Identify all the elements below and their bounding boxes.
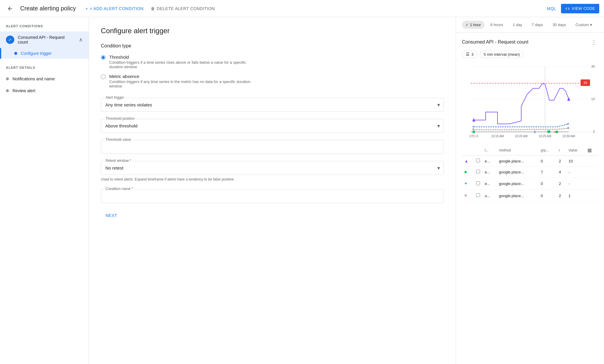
metric-absence-radio[interactable] bbox=[101, 74, 106, 79]
interval-label: 5 min interval (mean) bbox=[484, 52, 520, 57]
condition-type-radio-group: Threshold Condition triggers if a time s… bbox=[101, 55, 444, 88]
retest-window-label: Retest window * bbox=[104, 159, 132, 163]
condition-name-input[interactable]: Consumed API - Request count bbox=[101, 189, 444, 203]
main-layout: ALERT CONDITIONS ✓ Consumed API - Reques… bbox=[0, 17, 604, 364]
condition-name-field: Condition name * Consumed API - Request … bbox=[101, 189, 444, 203]
metric-absence-label: Metric absence bbox=[109, 74, 252, 79]
threshold-value-label: Threshold value bbox=[104, 138, 132, 142]
chevron-down-icon-4: ▾ bbox=[590, 23, 592, 27]
metric-absence-desc: Condition triggers if any time series in… bbox=[109, 79, 252, 88]
threshold-value-input[interactable]: 20 bbox=[101, 140, 444, 154]
sidebar-item-notifications[interactable]: Notifications and name bbox=[0, 73, 89, 85]
retest-window-select-wrapper: No retest 1 minute 5 minutes ▾ bbox=[101, 161, 444, 175]
right-panel: ✓ 1 hour 6 hours 1 day 7 days 30 days Cu… bbox=[456, 17, 604, 364]
row4-checkbox[interactable] bbox=[476, 193, 480, 197]
back-button[interactable] bbox=[5, 3, 15, 14]
chart-title-row: Consumed API - Request count ⋮ bbox=[462, 37, 598, 47]
legend-col-method: method bbox=[497, 145, 538, 156]
chart-title: Consumed API - Request count bbox=[462, 39, 528, 45]
alert-trigger-select[interactable]: Any time series violates All time series… bbox=[101, 98, 444, 111]
svg-text:10:30 AM: 10:30 AM bbox=[562, 135, 575, 138]
svg-marker-10 bbox=[567, 97, 570, 101]
notifications-label: Notifications and name bbox=[12, 76, 83, 81]
trash-icon: 🗑 bbox=[151, 6, 155, 11]
chart-meta: ☰ 3 5 min interval (mean) bbox=[462, 50, 598, 58]
row3-checkbox[interactable] bbox=[476, 181, 480, 185]
alert-trigger-label: Alert trigger bbox=[104, 95, 125, 100]
top-header: Create alerting policy + + ADD ALERT CON… bbox=[0, 0, 604, 17]
next-button[interactable]: NEXT bbox=[101, 210, 122, 221]
condition-type-heading: Condition type bbox=[101, 43, 444, 49]
series-count-chip[interactable]: ☰ 3 bbox=[462, 50, 477, 58]
threshold-position-label: Threshold position bbox=[104, 116, 136, 121]
threshold-value-field: Threshold value 20 bbox=[101, 140, 444, 154]
content-title: Configure alert trigger bbox=[101, 27, 444, 35]
svg-rect-24 bbox=[535, 130, 535, 133]
sub-dot-icon bbox=[14, 52, 17, 55]
alert-details-label: ALERT DETAILS bbox=[0, 66, 89, 73]
row2-checkbox[interactable] bbox=[476, 170, 480, 173]
legend-col-grp: grp... bbox=[538, 145, 557, 156]
threshold-position-select[interactable]: Above threshold Below threshold bbox=[101, 119, 444, 132]
time-range-6hours[interactable]: 6 hours bbox=[487, 21, 507, 29]
threshold-position-field: Threshold position Above threshold Below… bbox=[101, 119, 444, 133]
legend-col-bars: ▦ bbox=[585, 145, 598, 156]
alert-trigger-select-wrapper: Any time series violates All time series… bbox=[101, 98, 444, 112]
svg-text:10:15 AM: 10:15 AM bbox=[491, 135, 504, 138]
series-count: 3 bbox=[471, 52, 473, 57]
svg-text:0: 0 bbox=[593, 130, 595, 133]
threshold-desc: Condition triggers if a time series rise… bbox=[109, 60, 252, 69]
chart-container: Consumed API - Request count ⋮ ☰ 3 5 min… bbox=[456, 33, 604, 202]
interval-chip[interactable]: 5 min interval (mean) bbox=[480, 51, 524, 58]
table-row: + e... google.place... 0 2 - bbox=[462, 178, 598, 190]
metric-absence-option[interactable]: Metric absence Condition triggers if any… bbox=[101, 74, 444, 88]
check-icon: ✓ bbox=[6, 36, 14, 44]
code-icon bbox=[565, 6, 570, 11]
condition-name-label: Condition name * bbox=[104, 187, 134, 191]
table-row: ■ e... google.place... 7 4 - bbox=[462, 167, 598, 178]
time-range-1day[interactable]: 1 day bbox=[509, 21, 526, 29]
add-icon: + bbox=[85, 6, 88, 11]
page-title: Create alerting policy bbox=[20, 5, 76, 12]
threshold-option[interactable]: Threshold Condition triggers if a time s… bbox=[101, 55, 444, 69]
svg-text:×: × bbox=[554, 130, 556, 134]
threshold-radio[interactable] bbox=[101, 55, 106, 60]
svg-text:30: 30 bbox=[591, 65, 595, 68]
add-alert-condition-button[interactable]: + + ADD ALERT CONDITION bbox=[85, 6, 144, 11]
svg-text:10:20 AM: 10:20 AM bbox=[515, 135, 527, 138]
table-row: ▲ e... google.place... 0 2 10 bbox=[462, 156, 598, 167]
svg-text:10:25 AM: 10:25 AM bbox=[539, 135, 551, 138]
time-range-bar: ✓ 1 hour 6 hours 1 day 7 days 30 days Cu… bbox=[456, 17, 604, 33]
review-label: Review alert bbox=[12, 88, 83, 93]
chevron-up-icon: ∧ bbox=[79, 36, 83, 43]
retest-window-select[interactable]: No retest 1 minute 5 minutes bbox=[101, 161, 444, 175]
svg-rect-25 bbox=[547, 130, 550, 133]
table-row: × u... google.place... 0 2 1 bbox=[462, 190, 598, 202]
legend-col-r: r bbox=[557, 145, 566, 156]
content-area: Configure alert trigger Condition type T… bbox=[89, 17, 456, 364]
legend-col-l: l... bbox=[482, 145, 497, 156]
time-range-1hour[interactable]: ✓ 1 hour bbox=[462, 21, 484, 29]
lines-icon: ☰ bbox=[466, 52, 470, 57]
row1-checkbox[interactable] bbox=[476, 159, 480, 162]
view-code-button[interactable]: VIEW CODE bbox=[561, 4, 599, 13]
threshold-position-select-wrapper: Above threshold Below threshold ▾ bbox=[101, 119, 444, 133]
legend-col-value: Value bbox=[566, 145, 585, 156]
alert-trigger-field: Alert trigger Any time series violates A… bbox=[101, 98, 444, 112]
chart-svg-wrapper: 30 10 0 20 bbox=[462, 62, 598, 143]
legend-col-checkbox bbox=[474, 145, 482, 156]
delete-alert-condition-button[interactable]: 🗑 DELETE ALERT CONDITION bbox=[151, 6, 215, 11]
svg-text:×: × bbox=[567, 125, 569, 130]
alert-conditions-label: ALERT CONDITIONS bbox=[0, 24, 89, 31]
more-options-button[interactable]: ⋮ bbox=[590, 37, 598, 47]
sidebar-sub-item-configure-trigger[interactable]: Configure trigger bbox=[0, 48, 89, 59]
time-range-custom[interactable]: Custom ▾ bbox=[572, 21, 596, 29]
svg-text:20: 20 bbox=[584, 81, 587, 84]
sidebar-item-review[interactable]: Review alert bbox=[0, 85, 89, 97]
time-range-30days[interactable]: 30 days bbox=[549, 21, 570, 29]
sidebar-item-consumed-api[interactable]: ✓ Consumed API - Request count ∧ bbox=[0, 31, 89, 48]
mql-button[interactable]: MQL bbox=[547, 6, 556, 11]
time-range-7days[interactable]: 7 days bbox=[528, 21, 546, 29]
legend-col-icon bbox=[462, 145, 474, 156]
chart-svg: 30 10 0 20 bbox=[462, 62, 598, 142]
